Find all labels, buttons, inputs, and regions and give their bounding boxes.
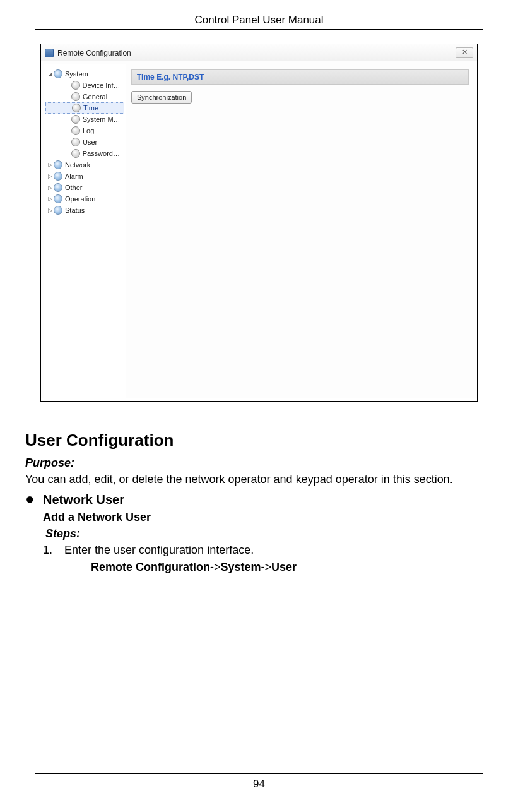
tree-item-label: User xyxy=(83,138,97,146)
gear-icon xyxy=(71,92,80,101)
tree-item-label: System xyxy=(65,70,88,78)
tree-item-label: Network xyxy=(65,161,90,169)
tree-item[interactable]: ▷Status xyxy=(45,205,124,216)
tree-item[interactable]: Time xyxy=(45,102,124,114)
gear-icon xyxy=(71,138,80,146)
page-number: 94 xyxy=(35,773,483,791)
tree-item-label: Alarm xyxy=(65,172,83,180)
tree-caret-icon: ▷ xyxy=(47,184,53,191)
app-icon xyxy=(45,49,54,57)
tree-item-label: Time xyxy=(83,104,98,112)
tree-item[interactable]: General xyxy=(45,91,124,102)
heading-user-configuration: User Configuration xyxy=(25,429,493,451)
page-header: Control Panel User Manual xyxy=(35,0,483,30)
tree-item[interactable]: ▷Operation xyxy=(45,193,124,205)
path-system: System xyxy=(221,561,261,573)
section-banner: Time E.g. NTP,DST xyxy=(131,69,469,85)
tree-item-label: System Mai... xyxy=(83,116,123,123)
purpose-label: Purpose: xyxy=(25,455,493,470)
tree-item[interactable]: User xyxy=(45,136,124,148)
steps-label: Steps: xyxy=(45,526,493,541)
tree-caret-icon: ◢ xyxy=(47,71,53,77)
bullet-icon: ● xyxy=(25,493,43,505)
bullet-network-user: ● Network User xyxy=(25,491,493,508)
path-sep-2: -> xyxy=(261,561,272,573)
step-number: 1. xyxy=(43,542,64,558)
step-1: 1. Enter the user configuration interfac… xyxy=(43,542,493,558)
heading-add-network-user: Add a Network User xyxy=(43,510,493,525)
tree-item[interactable]: Log xyxy=(45,125,124,136)
nav-path: Remote Configuration->System->User xyxy=(91,559,493,575)
tree-item-label: Status xyxy=(65,206,85,214)
titlebar-left: Remote Configuration xyxy=(45,49,131,57)
content-pane: Time E.g. NTP,DST Synchronization xyxy=(126,64,474,398)
path-remote-configuration: Remote Configuration xyxy=(91,561,210,573)
globe-icon xyxy=(54,69,62,78)
tree-item-label: Device Infor... xyxy=(83,81,123,89)
path-sep-1: -> xyxy=(210,561,221,573)
step-text: Enter the user configuration interface. xyxy=(64,542,254,558)
tree-item-label: Operation xyxy=(65,195,95,203)
tree-item[interactable]: ▷Network xyxy=(45,159,124,170)
window-title: Remote Configuration xyxy=(57,49,131,57)
globe-icon xyxy=(54,183,62,192)
close-button[interactable]: ✕ xyxy=(456,47,473,58)
tree-caret-icon: ▷ xyxy=(47,196,53,202)
tree-caret-icon: ▷ xyxy=(47,207,53,213)
gear-icon xyxy=(72,104,81,112)
tree-item-label: PasswordM... xyxy=(83,150,123,157)
tree-item[interactable]: ▷Alarm xyxy=(45,170,124,182)
nav-tree-pane: ◢SystemDevice Infor...GeneralTimeSystem … xyxy=(44,64,126,398)
tree-item-label: Other xyxy=(65,184,83,191)
tree-item-label: Log xyxy=(83,127,94,134)
tree-caret-icon: ▷ xyxy=(47,162,53,168)
heading-network-user: Network User xyxy=(43,491,124,508)
tree-item[interactable]: System Mai... xyxy=(45,114,124,125)
app-window: Remote Configuration ✕ ◢SystemDevice Inf… xyxy=(41,44,477,398)
tree-item[interactable]: ◢System xyxy=(45,68,124,80)
screenshot-figure: Remote Configuration ✕ ◢SystemDevice Inf… xyxy=(40,44,478,402)
window-titlebar: Remote Configuration ✕ xyxy=(41,44,477,61)
document-body: User Configuration Purpose: You can add,… xyxy=(25,429,493,575)
tree-caret-icon: ▷ xyxy=(47,173,53,179)
gear-icon xyxy=(71,149,80,158)
gear-icon xyxy=(71,81,80,90)
tree-item-label: General xyxy=(83,93,107,100)
globe-icon xyxy=(54,194,62,203)
path-user: User xyxy=(271,561,297,573)
app-body: ◢SystemDevice Infor...GeneralTimeSystem … xyxy=(44,64,474,398)
globe-icon xyxy=(54,172,62,181)
tree-item[interactable]: Device Infor... xyxy=(45,80,124,91)
gear-icon xyxy=(71,115,80,124)
gear-icon xyxy=(71,126,80,135)
globe-icon xyxy=(54,160,62,169)
nav-tree: ◢SystemDevice Infor...GeneralTimeSystem … xyxy=(45,68,124,216)
purpose-text: You can add, edit, or delete the network… xyxy=(25,472,493,487)
tree-item[interactable]: PasswordM... xyxy=(45,148,124,159)
synchronization-button[interactable]: Synchronization xyxy=(131,91,192,104)
tree-item[interactable]: ▷Other xyxy=(45,182,124,193)
globe-icon xyxy=(54,206,62,215)
